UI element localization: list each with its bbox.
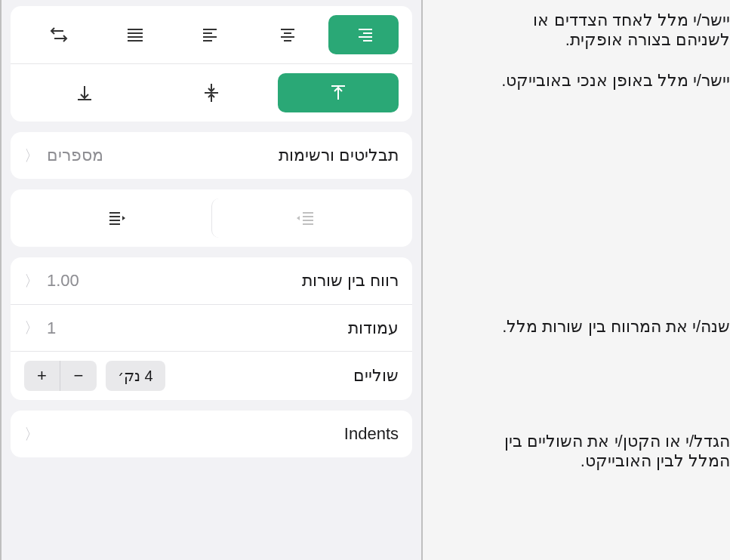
align-right-button[interactable] [328,15,399,54]
indent-button[interactable] [24,198,211,238]
bullets-lists-value: מספרים [47,146,103,165]
indents-label: Indents [344,424,399,444]
columns-row[interactable]: עמודות 1 〈 [11,304,412,351]
annotation-vertical-align: יישר/י מלל באופן אנכי באובייקט. [496,71,730,91]
horizontal-align-group [24,15,399,54]
margins-increase-button[interactable]: + [24,361,60,391]
line-spacing-label: רווח בין שורות [302,271,399,291]
vertical-align-group [24,73,399,112]
align-justify-button[interactable] [100,15,171,54]
annotation-margins: הגדל/י או הקטן/י את השוליים בין המלל לבי… [496,432,730,471]
line-spacing-row[interactable]: רווח בין שורות 1.00 〈 [11,257,412,304]
line-spacing-value: 1.00 [47,271,79,291]
margins-value: 4 נק׳ [106,361,165,391]
chevron-left-icon: 〈 [24,318,39,338]
columns-label: עמודות [348,318,399,338]
margins-row: שוליים 4 נק׳ − + [11,351,412,400]
bullets-lists-card: תבליטים ורשימות מספרים 〈 [11,132,412,179]
margins-label: שוליים [353,366,399,386]
annotation-line-spacing: שנה/י את המרווח בין שורות מלל. [496,317,730,337]
margins-stepper: − + [24,361,97,391]
bullets-lists-row[interactable]: תבליטים ורשימות מספרים 〈 [11,132,412,179]
alignment-card [11,6,412,122]
chevron-left-icon: 〈 [24,424,39,445]
columns-value: 1 [47,318,56,338]
valign-top-button[interactable] [278,73,399,112]
align-natural-button[interactable] [24,15,94,54]
indent-buttons-card [11,189,412,247]
align-center-button[interactable] [252,15,322,54]
chevron-left-icon: 〈 [24,146,39,166]
spacing-card: רווח בין שורות 1.00 〈 עמודות 1 〈 שוליים … [11,257,412,400]
indents-row[interactable]: Indents 〈 [11,411,412,457]
margins-decrease-button[interactable]: − [60,361,97,391]
bullets-lists-label: תבליטים ורשימות [279,146,399,165]
format-panel: תבליטים ורשימות מספרים 〈 [0,0,423,560]
valign-middle-button[interactable] [151,73,272,112]
indents-card: Indents 〈 [11,411,412,457]
annotation-horizontal-align: יישר/י מלל לאחד הצדדים או לשניהם בצורה א… [496,11,730,50]
chevron-left-icon: 〈 [24,271,39,291]
valign-bottom-button[interactable] [24,73,145,112]
outdent-button[interactable] [211,198,399,238]
align-left-button[interactable] [177,15,247,54]
